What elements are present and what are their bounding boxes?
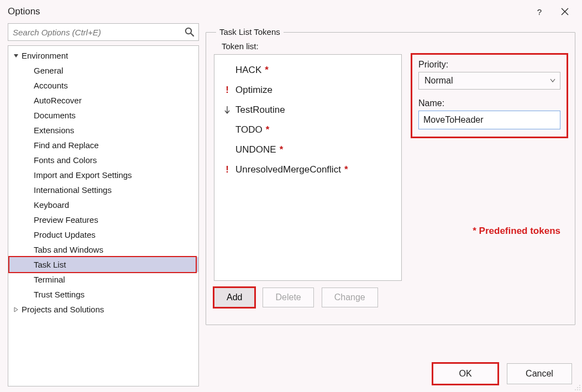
tree-node-terminal[interactable]: Terminal [8,272,198,287]
tree-node-preview-features[interactable]: Preview Features [8,212,198,227]
svg-point-1 [579,385,580,386]
svg-point-2 [577,387,578,388]
close-button[interactable] [552,0,578,23]
priority-high-icon: ! [222,85,232,96]
tree-node-trust-settings[interactable]: Trust Settings [8,287,198,302]
close-icon [561,8,569,15]
name-input[interactable]: MoveToHeader [418,111,560,129]
name-value: MoveToHeader [423,115,484,125]
tree-node-general[interactable]: General [8,63,198,78]
tree-node-tabs-windows[interactable]: Tabs and Windows [8,242,198,257]
tree-label: Projects and Solutions [22,305,104,314]
tree-node-find-replace[interactable]: Find and Replace [8,138,198,153]
token-row-hack[interactable]: HACK * [218,60,398,80]
tree-node-accounts[interactable]: Accounts [8,78,198,93]
token-row-optimize[interactable]: ! Optimize [218,80,398,100]
tree-node-import-export[interactable]: Import and Export Settings [8,168,198,182]
groupbox-title: Task List Tokens [216,27,284,36]
add-button[interactable]: Add [214,288,255,307]
priority-high-icon: ! [222,164,232,175]
token-row-todo[interactable]: TODO * [218,120,398,140]
expander-icon [13,53,19,59]
cancel-button[interactable]: Cancel [507,363,572,384]
svg-point-6 [579,389,580,390]
ok-button[interactable]: OK [433,363,498,384]
priority-value: Normal [424,76,453,86]
tree-node-autorecover[interactable]: AutoRecover [8,93,198,108]
options-dialog: Options ? [0,0,582,392]
chevron-down-icon [550,77,555,85]
priority-select[interactable]: Normal [418,72,560,90]
delete-button[interactable]: Delete [263,288,313,307]
tree-node-keyboard[interactable]: Keyboard [8,197,198,212]
help-button[interactable]: ? [527,7,552,17]
token-row-merge-conflict[interactable]: ! UnresolvedMergeConflict * [218,160,398,180]
token-row-testroutine[interactable]: TestRoutine [218,100,398,120]
options-tree[interactable]: Environment General Accounts AutoRecover… [8,45,199,386]
expander-icon [13,307,19,312]
navigation-column: Environment General Accounts AutoRecover… [8,23,199,386]
dialog-footer: OK Cancel [433,363,572,384]
tree-node-extensions[interactable]: Extensions [8,123,198,138]
svg-point-5 [577,389,578,390]
window-title: Options [8,6,527,17]
token-form: Priority: Normal Name: MoveToHeader [412,54,567,307]
tree-node-fonts-colors[interactable]: Fonts and Colors [8,153,198,168]
svg-point-3 [579,387,580,388]
change-button[interactable]: Change [322,288,378,307]
task-list-tokens-group: Task List Tokens Token list: HACK * ! [206,32,575,325]
help-icon: ? [537,7,542,17]
priority-low-icon [222,106,232,114]
token-list-label: Token list: [222,41,567,51]
name-label: Name: [418,98,560,108]
tree-node-task-list[interactable]: Task List [8,257,198,272]
tree-node-international[interactable]: International Settings [8,182,198,197]
tree-node-projects-solutions[interactable]: Projects and Solutions [8,302,198,317]
titlebar: Options ? [0,0,582,23]
tree-label: Environment [22,51,68,60]
token-row-undone[interactable]: UNDONE * [218,140,398,160]
predefined-tokens-note: * Predefined tokens [473,226,560,237]
predefined-star-icon: * [344,164,348,175]
predefined-star-icon: * [265,65,269,76]
resize-grip-icon[interactable] [573,383,581,391]
search-input[interactable] [8,23,199,41]
token-listbox[interactable]: HACK * ! Optimize TestR [214,54,402,281]
tree-node-documents[interactable]: Documents [8,108,198,123]
predefined-star-icon: * [280,144,284,155]
settings-panel: Task List Tokens Token list: HACK * ! [206,23,575,386]
predefined-star-icon: * [266,124,270,135]
svg-point-4 [575,389,576,390]
tree-node-environment[interactable]: Environment [8,48,198,63]
tree-node-product-updates[interactable]: Product Updates [8,227,198,242]
priority-label: Priority: [418,60,560,70]
